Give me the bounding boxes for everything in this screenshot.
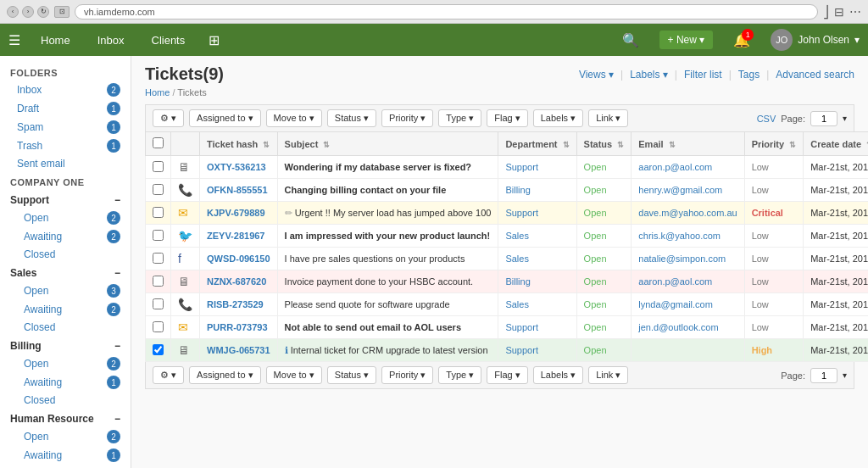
- nav-clients[interactable]: Clients: [145, 31, 192, 50]
- bottom-toolbar: ⚙ ▾ Assigned to ▾ Move to ▾ Status ▾ Pri…: [145, 362, 854, 389]
- filter-list-button[interactable]: Filter list: [684, 69, 722, 81]
- sidebar-group-hr[interactable]: Human Resource −: [0, 409, 131, 427]
- bottom-move-to[interactable]: Move to ▾: [266, 366, 322, 384]
- search-icon[interactable]: 🔍: [622, 32, 639, 48]
- user-menu[interactable]: JO John Olsen ▾: [771, 29, 860, 51]
- row-checkbox[interactable]: [153, 161, 164, 172]
- page-dropdown-icon[interactable]: ▾: [843, 114, 847, 123]
- ticket-hash[interactable]: QWSD-096150: [207, 254, 270, 264]
- ticket-hash[interactable]: KJPV-679889: [207, 208, 265, 218]
- sidebar-sales-closed[interactable]: Closed: [7, 319, 131, 336]
- labels-toolbar-button[interactable]: Labels ▾: [533, 109, 583, 127]
- sidebar-support-open[interactable]: Open 2: [7, 209, 131, 227]
- bottom-type[interactable]: Type ▾: [438, 366, 481, 384]
- sidebar-item-inbox[interactable]: Inbox 2: [0, 81, 131, 99]
- table-row: fQWSD-096150I have pre sales questions o…: [146, 248, 869, 270]
- refresh-button[interactable]: ↻: [37, 6, 49, 18]
- menu-icon[interactable]: ☰: [8, 32, 20, 48]
- th-subject[interactable]: Subject ⇅: [277, 132, 498, 156]
- row-checkbox[interactable]: [153, 207, 164, 218]
- url-bar[interactable]: vh.iamdemo.com: [75, 4, 818, 20]
- sidebar-group-sales[interactable]: Sales −: [0, 263, 131, 281]
- more-icon[interactable]: ⋯: [849, 5, 861, 19]
- sidebar-sales-awaiting[interactable]: Awaiting 2: [7, 300, 131, 319]
- move-to-button[interactable]: Move to ▾: [266, 109, 322, 127]
- status-button[interactable]: Status ▾: [327, 109, 376, 127]
- table-row: 🖥OXTY-536213Wondering if my database ser…: [146, 156, 869, 179]
- sidebar-hr-closed[interactable]: Closed: [7, 465, 131, 468]
- sidebar-sales-open[interactable]: Open 3: [7, 281, 131, 300]
- ticket-hash[interactable]: OXTY-536213: [207, 162, 266, 172]
- new-button[interactable]: + New ▾: [659, 31, 714, 49]
- sidebar-billing-awaiting[interactable]: Awaiting 1: [7, 373, 131, 392]
- priority-button[interactable]: Priority ▾: [381, 109, 433, 127]
- ticket-hash[interactable]: NZNX-687620: [207, 276, 266, 287]
- th-status[interactable]: Status ⇅: [576, 132, 632, 156]
- bottom-page-dropdown-icon[interactable]: ▾: [843, 370, 847, 380]
- sidebar-hr-awaiting[interactable]: Awaiting 1: [7, 446, 131, 465]
- nav-home[interactable]: Home: [34, 31, 77, 50]
- sidebar-support-awaiting[interactable]: Awaiting 2: [7, 227, 131, 246]
- row-checkbox[interactable]: [153, 276, 164, 287]
- sidebar-item-sent[interactable]: Sent email: [0, 155, 131, 172]
- window-button[interactable]: ⊡: [54, 6, 70, 18]
- bottom-assigned-to[interactable]: Assigned to ▾: [189, 366, 261, 384]
- sidebar-hr-open[interactable]: Open 2: [7, 427, 131, 446]
- back-button[interactable]: ‹: [7, 6, 19, 18]
- bottom-flag[interactable]: Flag ▾: [487, 366, 527, 384]
- sidebar-item-trash[interactable]: Trash 1: [0, 136, 131, 155]
- row-checkbox[interactable]: [153, 321, 164, 332]
- th-email[interactable]: Email ⇅: [632, 132, 744, 156]
- row-checkbox[interactable]: [153, 184, 164, 195]
- row-checkbox[interactable]: [153, 298, 164, 309]
- share-icon[interactable]: ⎦: [823, 5, 829, 19]
- type-button[interactable]: Type ▾: [438, 109, 481, 127]
- ticket-hash[interactable]: RISB-273529: [207, 299, 264, 309]
- sidebar-item-draft[interactable]: Draft 1: [0, 99, 131, 118]
- link-button[interactable]: Link ▾: [588, 109, 628, 127]
- row-checkbox[interactable]: [153, 344, 164, 355]
- sidebar-billing-closed[interactable]: Closed: [7, 392, 131, 409]
- bottom-page-input[interactable]: [810, 368, 837, 383]
- csv-label[interactable]: CSV: [757, 114, 776, 124]
- bell-button[interactable]: 🔔 1: [733, 32, 750, 48]
- nav-inbox[interactable]: Inbox: [91, 31, 131, 50]
- bottom-labels[interactable]: Labels ▾: [533, 366, 583, 384]
- bottom-settings-button[interactable]: ⚙ ▾: [153, 366, 184, 384]
- th-hash[interactable]: Ticket hash ⇅: [200, 132, 278, 156]
- bottom-status[interactable]: Status ▾: [327, 366, 376, 384]
- views-button[interactable]: Views ▾: [579, 69, 614, 81]
- th-priority[interactable]: Priority ⇅: [744, 132, 804, 156]
- sidebar-item-spam[interactable]: Spam 1: [0, 118, 131, 136]
- bottom-link[interactable]: Link ▾: [588, 366, 628, 384]
- settings-button[interactable]: ⚙ ▾: [153, 109, 184, 127]
- row-checkbox[interactable]: [153, 253, 164, 264]
- th-dept[interactable]: Department ⇅: [498, 132, 576, 156]
- ticket-hash[interactable]: WMJG-065731: [207, 345, 270, 355]
- advanced-search-button[interactable]: Advanced search: [776, 69, 854, 81]
- flag-button[interactable]: Flag ▾: [487, 109, 527, 127]
- ticket-hash[interactable]: PURR-073793: [207, 322, 268, 332]
- breadcrumb-home[interactable]: Home: [145, 87, 170, 98]
- ticket-hash[interactable]: ZEYV-281967: [207, 231, 265, 241]
- th-date[interactable]: Create date ⇅: [804, 132, 868, 156]
- row-checkbox[interactable]: [153, 230, 164, 241]
- nav-grid-icon[interactable]: ⊞: [209, 32, 220, 48]
- select-all-checkbox[interactable]: [153, 137, 164, 148]
- forward-button[interactable]: ›: [22, 6, 34, 18]
- window-icon[interactable]: ⊟: [834, 5, 844, 19]
- tags-button[interactable]: Tags: [738, 69, 760, 81]
- ticket-priority: Low: [744, 270, 804, 293]
- ticket-subject: I have pre sales questions on your produ…: [285, 254, 465, 264]
- ticket-email: [632, 339, 744, 362]
- table-row: ✉PURR-073793Not able to send out email t…: [146, 316, 869, 339]
- sidebar-billing-open[interactable]: Open 2: [7, 354, 131, 373]
- bottom-priority[interactable]: Priority ▾: [381, 366, 433, 384]
- ticket-hash[interactable]: OFKN-855551: [207, 185, 268, 195]
- sidebar-group-billing[interactable]: Billing −: [0, 336, 131, 354]
- assigned-to-button[interactable]: Assigned to ▾: [189, 109, 261, 127]
- sidebar-group-support[interactable]: Support −: [0, 190, 131, 209]
- labels-button[interactable]: Labels ▾: [630, 69, 668, 81]
- sidebar-support-closed[interactable]: Closed: [7, 246, 131, 263]
- page-input[interactable]: [810, 111, 837, 126]
